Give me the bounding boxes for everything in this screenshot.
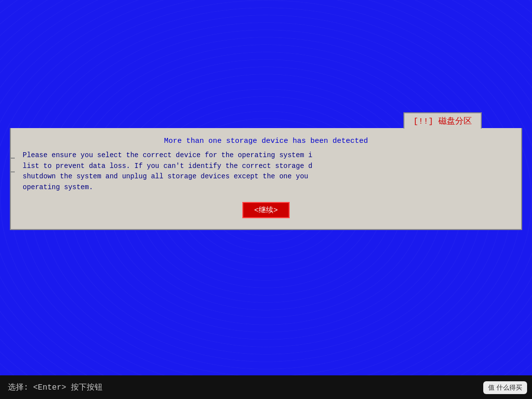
dialog: [!!] 磁盘分区 More than one storage device h… — [10, 128, 522, 230]
dialog-wrapper: [!!] 磁盘分区 More than one storage device h… — [10, 128, 522, 230]
continue-button[interactable]: <继续> — [242, 202, 290, 218]
bottom-bar: 选择: <Enter> 按下按钮 — [0, 375, 532, 399]
dialog-message: Please ensure you select the correct dev… — [23, 150, 509, 193]
bottom-bar-text: 选择: <Enter> 按下按钮 — [8, 382, 102, 393]
watermark: 值 什么得买 — [483, 381, 527, 394]
dialog-headline: More than one storage device has been de… — [23, 137, 509, 145]
dialog-body: More than one storage device has been de… — [11, 128, 521, 229]
dialog-button-row: <继续> — [23, 202, 509, 218]
dialog-left-tab — [10, 158, 15, 172]
dialog-title: [!!] 磁盘分区 — [403, 112, 482, 129]
